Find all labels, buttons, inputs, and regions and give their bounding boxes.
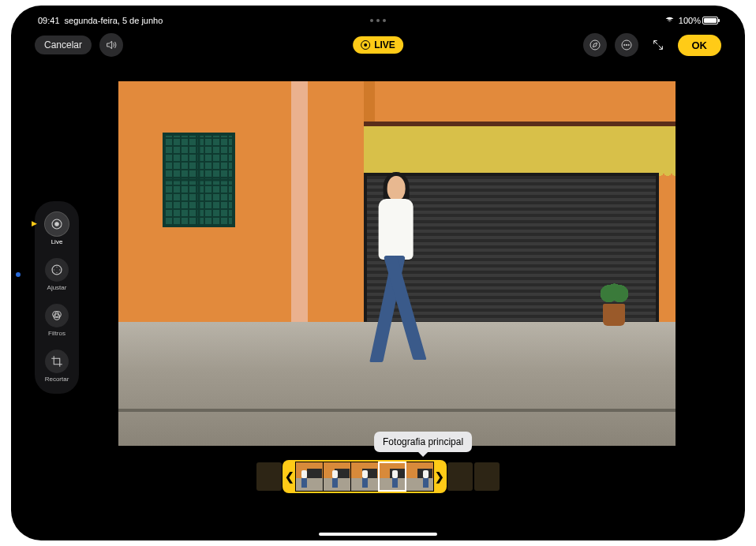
svg-point-3: [626, 44, 627, 45]
tool-crop-label: Recortar: [45, 376, 69, 383]
filmstrip-frame[interactable]: [296, 462, 323, 491]
filmstrip-frame[interactable]: [406, 462, 433, 491]
trim-handle-right[interactable]: ❯: [434, 462, 445, 492]
battery-indicator: 100%: [679, 16, 718, 25]
markup-icon: [589, 39, 601, 51]
live-photo-badge[interactable]: LIVE: [353, 36, 403, 54]
expand-icon: [652, 39, 664, 51]
filmstrip-frame[interactable]: [324, 462, 350, 491]
filmstrip-frame[interactable]: [351, 462, 378, 491]
filters-icon: [50, 309, 64, 323]
svg-point-4: [628, 44, 629, 45]
live-tool-icon: [50, 217, 64, 231]
filmstrip-frames: [295, 462, 434, 492]
battery-percent: 100%: [679, 16, 701, 25]
key-photo-tooltip-label: Fotografia principal: [383, 436, 463, 447]
crop-icon: [50, 354, 64, 368]
volume-button[interactable]: [99, 33, 123, 57]
live-label: LIVE: [374, 39, 395, 50]
svg-point-2: [623, 44, 624, 45]
filmstrip-outside-frame: [256, 462, 282, 491]
active-tool-caret-icon: ▶: [32, 219, 37, 227]
done-button[interactable]: OK: [678, 35, 722, 56]
ellipsis-icon: [620, 39, 633, 51]
trim-handle-left[interactable]: ❮: [284, 462, 295, 492]
more-button[interactable]: [615, 33, 638, 57]
cancel-button[interactable]: Cancelar: [35, 36, 92, 54]
status-bar: 09:41 segunda-feira, 5 de junho 100%: [24, 13, 732, 28]
svg-point-0: [590, 40, 600, 50]
markup-button[interactable]: [583, 33, 607, 57]
photo-preview[interactable]: [118, 81, 676, 446]
adjust-icon: [50, 263, 64, 277]
speaker-icon: [105, 39, 118, 51]
tool-crop[interactable]: Recortar: [45, 350, 69, 383]
live-icon: [361, 40, 370, 50]
tool-adjust[interactable]: Ajustar: [45, 258, 69, 291]
edit-tool-rail: ▶ Live Ajustar Filtros Recortar: [35, 201, 79, 394]
fullscreen-button[interactable]: [646, 33, 670, 57]
editor-toolbar: Cancelar LIVE OK: [24, 28, 732, 59]
editor-main: ▶ Live Ajustar Filtros Recortar: [35, 59, 721, 503]
status-time: 09:41: [38, 16, 60, 25]
multitask-dots[interactable]: [370, 19, 386, 22]
tool-adjust-label: Ajustar: [47, 284, 67, 291]
tool-live[interactable]: Live: [45, 212, 69, 245]
wifi-icon: [664, 15, 675, 27]
svg-point-6: [55, 223, 59, 226]
home-indicator[interactable]: [319, 533, 437, 536]
filmstrip-outside-frame: [474, 462, 500, 491]
filmstrip-frame[interactable]: [379, 462, 406, 491]
tool-filters[interactable]: Filtros: [45, 304, 69, 337]
photo-content: [118, 81, 676, 446]
key-photo-tooltip: Fotografia principal: [374, 432, 472, 452]
live-photo-filmstrip: ❮ ❯: [256, 458, 500, 495]
side-indicator-dot: [16, 272, 21, 277]
done-label: OK: [692, 39, 708, 51]
cancel-label: Cancelar: [44, 39, 82, 50]
filmstrip-outside-frame: [447, 462, 473, 491]
tool-live-label: Live: [51, 238, 63, 245]
trim-selection: ❮ ❯: [283, 460, 447, 493]
tool-filters-label: Filtros: [48, 330, 65, 337]
status-date: segunda-feira, 5 de junho: [65, 16, 163, 25]
svg-point-7: [52, 265, 62, 275]
ipad-frame: 09:41 segunda-feira, 5 de junho 100% Can…: [11, 6, 745, 540]
